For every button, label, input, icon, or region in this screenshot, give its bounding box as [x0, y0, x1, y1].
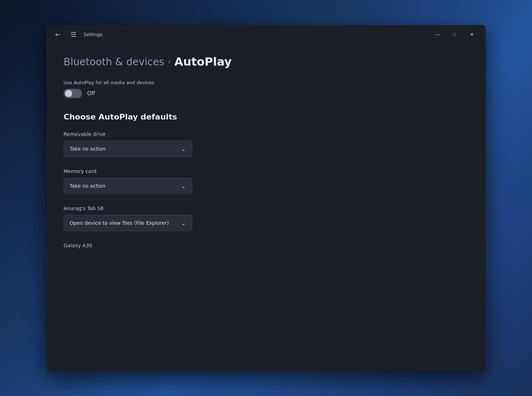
- title-bar: ← ☰ Settings — □ ✕: [46, 25, 486, 44]
- device-section-galaxy-a30: Galaxy A30: [64, 243, 468, 248]
- dropdown-removable-drive[interactable]: Take no action ⌄: [64, 141, 192, 157]
- content-area: Bluetooth & devices › AutoPlay Use AutoP…: [46, 44, 486, 371]
- autoplay-toggle-label: Use AutoPlay for all media and devices: [64, 80, 468, 85]
- breadcrumb: Bluetooth & devices › AutoPlay: [64, 55, 468, 68]
- chevron-down-icon-memory: ⌄: [181, 183, 186, 189]
- chevron-down-icon-tab-s8: ⌄: [181, 220, 186, 227]
- dropdown-tab-s8[interactable]: Open device to view files (File Explorer…: [64, 215, 192, 231]
- autoplay-toggle[interactable]: [64, 89, 82, 98]
- breadcrumb-current: AutoPlay: [174, 55, 232, 68]
- dropdown-value-removable-drive: Take no action: [70, 146, 105, 152]
- device-label-tab-s8: Anurag's Tab S8: [64, 205, 468, 211]
- window-title: Settings: [84, 32, 102, 37]
- window-controls: — □ ✕: [429, 29, 480, 40]
- device-label-removable-drive: Removable drive: [64, 131, 468, 137]
- device-section-memory-card: Memory card Take no action ⌄: [64, 168, 468, 194]
- breadcrumb-parent[interactable]: Bluetooth & devices: [64, 56, 164, 68]
- minimize-button[interactable]: —: [429, 29, 446, 40]
- close-button[interactable]: ✕: [463, 29, 480, 40]
- maximize-button[interactable]: □: [446, 29, 463, 40]
- device-section-tab-s8: Anurag's Tab S8 Open device to view file…: [64, 205, 468, 231]
- hamburger-menu-button[interactable]: ☰: [68, 29, 79, 40]
- defaults-heading: Choose AutoPlay defaults: [64, 112, 468, 121]
- toggle-thumb: [65, 90, 72, 97]
- back-button[interactable]: ←: [52, 29, 64, 40]
- main-content: Bluetooth & devices › AutoPlay Use AutoP…: [46, 44, 486, 371]
- device-label-memory-card: Memory card: [64, 168, 468, 174]
- chevron-down-icon-removable: ⌄: [181, 146, 186, 152]
- title-bar-left: ← ☰ Settings: [52, 29, 102, 40]
- dropdown-value-memory-card: Take no action: [70, 183, 105, 189]
- autoplay-toggle-row: Off: [64, 89, 468, 98]
- settings-window: ← ☰ Settings — □ ✕ Bluetooth & devices ›…: [46, 25, 486, 371]
- toggle-state-label: Off: [87, 90, 95, 97]
- breadcrumb-chevron-icon: ›: [168, 57, 171, 66]
- dropdown-value-tab-s8: Open device to view files (File Explorer…: [70, 220, 169, 226]
- dropdown-memory-card[interactable]: Take no action ⌄: [64, 178, 192, 194]
- device-section-removable-drive: Removable drive Take no action ⌄: [64, 131, 468, 157]
- device-label-galaxy-a30: Galaxy A30: [64, 243, 468, 248]
